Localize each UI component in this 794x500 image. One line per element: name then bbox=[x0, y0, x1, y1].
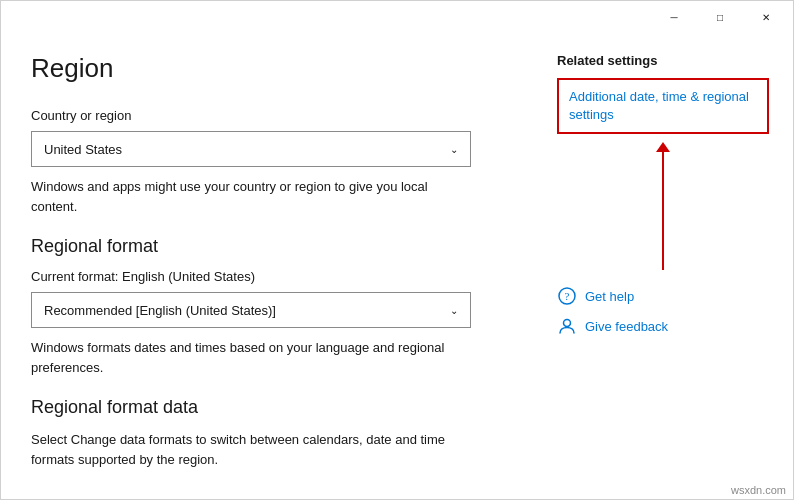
content-area: Region Country or region United States ⌄… bbox=[1, 33, 793, 499]
main-window: ─ □ ✕ Region Country or region United St… bbox=[0, 0, 794, 500]
title-bar-controls: ─ □ ✕ bbox=[651, 1, 789, 33]
format-dropdown[interactable]: Recommended [English (United States)] ⌄ bbox=[31, 292, 471, 328]
country-label: Country or region bbox=[31, 108, 503, 123]
get-help-icon: ? bbox=[557, 286, 577, 306]
right-panel: Related settings Additional date, time &… bbox=[533, 33, 793, 499]
format-description: Windows formats dates and times based on… bbox=[31, 338, 471, 377]
feedback-icon bbox=[557, 316, 577, 336]
country-description: Windows and apps might use your country … bbox=[31, 177, 471, 216]
page-title: Region bbox=[31, 53, 503, 84]
format-chevron-icon: ⌄ bbox=[450, 305, 458, 316]
get-help-link[interactable]: Get help bbox=[585, 289, 634, 304]
additional-settings-box[interactable]: Additional date, time & regional setting… bbox=[557, 78, 769, 134]
close-button[interactable]: ✕ bbox=[743, 1, 789, 33]
give-feedback-link[interactable]: Give feedback bbox=[585, 319, 668, 334]
chevron-down-icon: ⌄ bbox=[450, 144, 458, 155]
country-dropdown-value: United States bbox=[44, 142, 122, 157]
regional-format-title: Regional format bbox=[31, 236, 503, 257]
format-dropdown-value: Recommended [English (United States)] bbox=[44, 303, 276, 318]
minimize-button[interactable]: ─ bbox=[651, 1, 697, 33]
svg-point-2 bbox=[564, 320, 571, 327]
regional-data-description: Select Change data formats to switch bet… bbox=[31, 430, 471, 469]
country-dropdown[interactable]: United States ⌄ bbox=[31, 131, 471, 167]
annotation-arrow bbox=[557, 150, 769, 270]
left-panel: Region Country or region United States ⌄… bbox=[1, 33, 533, 499]
give-feedback-item[interactable]: Give feedback bbox=[557, 316, 769, 336]
watermark: wsxdn.com bbox=[731, 484, 786, 496]
red-arrow-icon bbox=[662, 150, 664, 270]
svg-text:?: ? bbox=[565, 290, 570, 302]
additional-settings-link[interactable]: Additional date, time & regional setting… bbox=[569, 89, 749, 122]
related-settings-title: Related settings bbox=[557, 53, 769, 68]
current-format-label: Current format: English (United States) bbox=[31, 269, 503, 284]
title-bar: ─ □ ✕ bbox=[1, 1, 793, 33]
maximize-button[interactable]: □ bbox=[697, 1, 743, 33]
regional-data-title: Regional format data bbox=[31, 397, 503, 418]
get-help-item[interactable]: ? Get help bbox=[557, 286, 769, 306]
